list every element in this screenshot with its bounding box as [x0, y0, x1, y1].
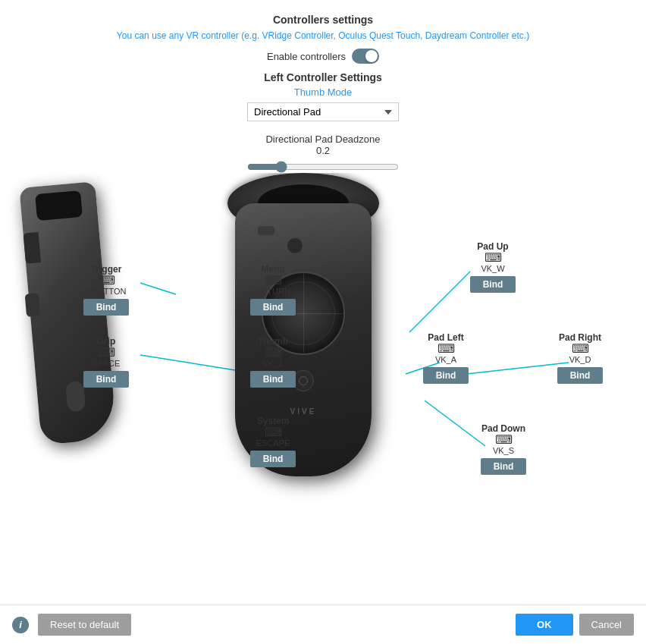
- page-title: Controllers settings: [15, 14, 631, 26]
- deadzone-title: Directional Pad Deadzone: [15, 134, 631, 145]
- pad-right-bind-block: Pad Right ⌨ VK_D Bind: [557, 332, 603, 384]
- ctrl-system-icon: [299, 376, 308, 385]
- svg-line-8: [425, 401, 485, 446]
- pad-down-bind-block: Pad Down ⌨ VK_S Bind: [481, 423, 526, 475]
- ctrl-trigger-area: [24, 232, 41, 264]
- pad-down-key: VK_S: [493, 446, 514, 455]
- pad-right-bind-button[interactable]: Bind: [557, 367, 603, 384]
- controller-side-view: [15, 181, 129, 476]
- system-bind-block: System ⌨ ESCAPE Bind: [250, 416, 296, 467]
- enable-row: Enable controllers: [15, 49, 631, 64]
- ctrl-top-part: [35, 190, 83, 221]
- grip-label: Grip: [97, 336, 116, 347]
- ctrl-system-btn: [293, 370, 314, 391]
- bottom-bar: i Reset to default OK Cancel: [0, 605, 646, 644]
- toggle-thumb: [365, 50, 378, 62]
- enable-toggle[interactable]: [352, 49, 379, 64]
- trigger-bind-block: Trigger ⌨ RBUTTON Bind: [83, 264, 129, 316]
- svg-line-5: [409, 272, 470, 332]
- trigger-kbd-icon: ⌨: [98, 275, 115, 287]
- pad-left-kbd-icon: ⌨: [437, 343, 455, 355]
- trigger-key: RBUTTON: [86, 287, 127, 296]
- ok-button[interactable]: OK: [516, 614, 573, 636]
- system-kbd-icon: ⌨: [265, 426, 282, 438]
- thumb-mode-select[interactable]: Directional Pad: [247, 102, 399, 121]
- grip-key: SPACE: [93, 359, 120, 368]
- cancel-button[interactable]: Cancel: [579, 614, 634, 636]
- grip-kbd-icon: ⌨: [98, 347, 115, 359]
- enable-label: Enable controllers: [267, 51, 346, 62]
- pad-down-kbd-icon: ⌨: [495, 434, 513, 446]
- svg-line-0: [140, 283, 176, 294]
- pad-up-label: Pad Up: [477, 241, 508, 252]
- controller-main-view: VIVE: [212, 173, 394, 492]
- pad-right-kbd-icon: ⌨: [572, 343, 589, 355]
- system-label: System: [257, 416, 290, 426]
- menu-bind-button[interactable]: Bind: [250, 299, 296, 316]
- ctrl-small-btn: [287, 237, 303, 254]
- deadzone-value: 0.2: [15, 145, 631, 156]
- ctrl-grip-area: [25, 293, 41, 316]
- pad-up-kbd-icon: ⌨: [484, 252, 502, 264]
- controller-area: VIVE Trigger ⌨ RBUTTON Bind Menu ⌨ RETUR…: [0, 173, 646, 605]
- pad-down-bind-button[interactable]: Bind: [481, 458, 526, 475]
- dropdown-row: Directional Pad: [15, 102, 631, 121]
- thumb-bind-block: Thumb ⌨ VK_1 Bind: [250, 336, 296, 388]
- pad-up-bind-button[interactable]: Bind: [470, 276, 516, 293]
- page-container: Controllers settings You can use any VR …: [0, 0, 646, 644]
- pad-right-label: Pad Right: [559, 332, 601, 343]
- thumb-mode-label: Thumb Mode: [15, 86, 631, 98]
- system-bind-button[interactable]: Bind: [250, 451, 296, 467]
- pad-left-bind-block: Pad Left ⌨ VK_A Bind: [423, 332, 469, 384]
- menu-key: RETURN: [256, 287, 290, 296]
- pad-up-bind-block: Pad Up ⌨ VK_W Bind: [470, 241, 516, 293]
- pad-left-bind-button[interactable]: Bind: [423, 367, 469, 384]
- thumb-label: Thumb: [258, 336, 288, 347]
- reset-button[interactable]: Reset to default: [38, 614, 131, 636]
- subtitle: You can use any VR controller (e.g. VRid…: [15, 30, 631, 41]
- thumb-bind-button[interactable]: Bind: [250, 371, 296, 388]
- ctrl-vive-logo: VIVE: [290, 407, 317, 416]
- menu-bind-block: Menu ⌨ RETURN Bind: [250, 264, 296, 316]
- trigger-bind-button[interactable]: Bind: [83, 299, 129, 316]
- pad-up-key: VK_W: [481, 264, 504, 273]
- deadzone-section: Directional Pad Deadzone 0.2: [15, 134, 631, 156]
- top-section: Controllers settings You can use any VR …: [0, 0, 646, 173]
- info-icon[interactable]: i: [12, 617, 29, 633]
- grip-bind-button[interactable]: Bind: [83, 371, 129, 388]
- slider-row: [15, 161, 631, 173]
- pad-down-label: Pad Down: [481, 423, 525, 434]
- pad-left-label: Pad Left: [428, 332, 463, 343]
- thumb-kbd-icon: ⌨: [265, 347, 282, 359]
- menu-label: Menu: [261, 264, 284, 275]
- thumb-key: VK_1: [263, 359, 284, 368]
- ctrl-menu-btn: [258, 226, 274, 235]
- system-key: ESCAPE: [256, 438, 290, 448]
- pad-left-key: VK_A: [435, 355, 456, 364]
- deadzone-slider[interactable]: [247, 161, 399, 173]
- grip-bind-block: Grip ⌨ SPACE Bind: [83, 336, 129, 388]
- menu-kbd-icon: ⌨: [265, 275, 282, 287]
- trigger-label: Trigger: [91, 264, 122, 275]
- pad-right-key: VK_D: [569, 355, 591, 364]
- left-controller-title: Left Controller Settings: [15, 71, 631, 83]
- toggle-track: [352, 49, 379, 64]
